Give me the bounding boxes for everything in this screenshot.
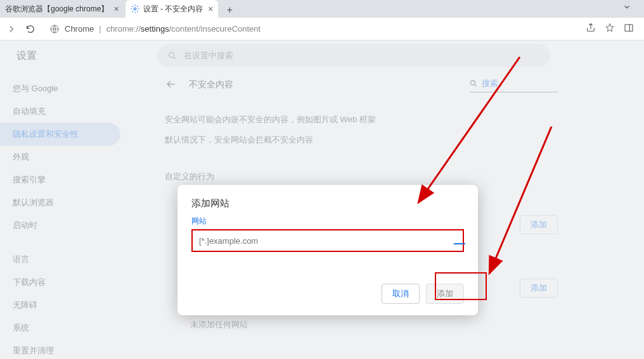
url-bar[interactable]: Chrome | chrome://settings/content/insec… xyxy=(43,22,579,37)
sidebar-item-search-engine[interactable]: 搜索引擎 xyxy=(0,168,120,191)
search-placeholder: 在设置中搜索 xyxy=(184,50,233,61)
tab-0[interactable]: 谷歌浏览器【google chrome】 × xyxy=(0,0,124,18)
tab-title: 设置 - 不安全内容 xyxy=(143,4,203,15)
sidebar-item-startup[interactable]: 启动时 xyxy=(0,214,120,237)
svg-rect-2 xyxy=(625,25,633,32)
dialog-field-label: 网站 xyxy=(191,216,464,227)
sidebar-item-default-browser[interactable]: 默认浏览器 xyxy=(0,191,120,214)
close-icon[interactable]: × xyxy=(113,4,119,14)
sidebar-item-appearance[interactable]: 外观 xyxy=(0,146,120,168)
url-prefix: Chrome xyxy=(65,24,94,34)
settings-sidebar: 您与 Google 自动填充 隐私设置和安全性 外观 搜索引擎 默认浏览器 启动… xyxy=(0,71,127,359)
no-sites-added: 未添加任何网站 xyxy=(190,319,248,331)
tab-title: 谷歌浏览器【google chrome】 xyxy=(5,4,108,15)
add-site-dialog: 添加网站 网站 取消 添加 xyxy=(177,185,478,315)
browser-tabs-bar: 谷歌浏览器【google chrome】 × 设置 - 不安全内容 × + xyxy=(0,0,644,18)
sidebar-item-downloads[interactable]: 下载内容 xyxy=(0,271,120,294)
dialog-title: 添加网站 xyxy=(191,198,464,210)
star-icon[interactable] xyxy=(605,23,615,35)
share-icon[interactable] xyxy=(586,23,596,35)
annotation-red-box-input xyxy=(191,229,464,252)
forward-button[interactable] xyxy=(5,23,18,35)
settings-search[interactable]: 在设置中搜索 xyxy=(157,44,550,67)
svg-line-5 xyxy=(174,57,176,59)
sidebar-item-accessibility[interactable]: 无障碍 xyxy=(0,294,120,317)
url-main: settings xyxy=(141,24,169,34)
sidebar-item-system[interactable]: 系统 xyxy=(0,317,120,339)
gear-icon xyxy=(131,4,139,13)
url-sub: /content/insecureContent xyxy=(169,24,261,34)
svg-point-4 xyxy=(169,53,174,58)
site-url-input[interactable] xyxy=(194,232,461,249)
chevron-down-icon[interactable] xyxy=(622,3,631,13)
sidebar-item-reset[interactable]: 重置并清理 xyxy=(0,339,120,359)
svg-point-0 xyxy=(134,8,136,10)
confirm-add-button[interactable]: 添加 xyxy=(426,284,464,304)
browser-toolbar: Chrome | chrome://settings/content/insec… xyxy=(0,18,644,41)
sidebar-item-autofill[interactable]: 自动填充 xyxy=(0,100,120,123)
panel-icon[interactable] xyxy=(624,23,634,35)
settings-header: 设置 在设置中搜索 xyxy=(0,41,644,71)
tab-1[interactable]: 设置 - 不安全内容 × xyxy=(126,0,219,18)
new-tab-button[interactable]: + xyxy=(222,3,237,18)
input-focus-underline xyxy=(454,243,465,244)
add-button-block[interactable]: 添加 xyxy=(520,279,558,298)
url-scheme: chrome:// xyxy=(106,24,141,34)
sidebar-item-language[interactable]: 语言 xyxy=(0,248,120,271)
cancel-button[interactable]: 取消 xyxy=(382,284,420,304)
add-button-allow[interactable]: 添加 xyxy=(520,215,558,234)
sidebar-item-privacy[interactable]: 隐私设置和安全性 xyxy=(0,123,120,146)
reload-button[interactable] xyxy=(24,23,37,35)
sidebar-item-you-and-google[interactable]: 您与 Google xyxy=(0,77,120,100)
settings-title: 设置 xyxy=(16,49,37,63)
close-icon[interactable]: × xyxy=(208,4,213,14)
